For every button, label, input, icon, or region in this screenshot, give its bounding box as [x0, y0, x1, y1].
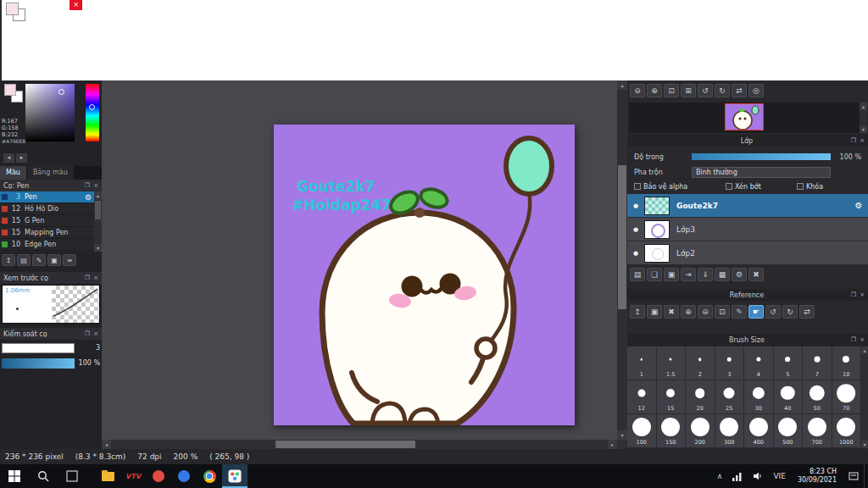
zoom-out-icon[interactable]: ⊖ [630, 84, 645, 97]
brush-size-option[interactable]: 15 [657, 380, 687, 414]
blend-mode-dropdown[interactable]: Bình thường [692, 167, 831, 178]
vtv-app-button[interactable]: VTV [120, 464, 146, 488]
new-layer-icon[interactable]: ▤ [630, 268, 645, 281]
brush-settings-icon[interactable]: ⚙ [85, 193, 92, 202]
action-center-button[interactable] [843, 464, 864, 488]
scroll-down-icon[interactable]: ▾ [617, 430, 627, 440]
close-icon[interactable]: × [93, 182, 98, 189]
brush-list-item[interactable]: 12Hồ Hồ Dio [0, 203, 94, 215]
scroll-up-icon[interactable]: ▴ [861, 347, 868, 354]
clear-reference-icon[interactable]: ✖ [664, 305, 679, 319]
navigator-scrollbar[interactable]: ▴ ▾ [860, 103, 867, 133]
layer-settings-icon[interactable]: ⚙ [849, 201, 868, 210]
next-color-button[interactable]: ▸ [16, 153, 27, 163]
brush-size-option[interactable]: 1000 [832, 414, 862, 448]
load-reference-icon[interactable]: ↥ [630, 305, 645, 319]
language-indicator[interactable]: VIE [768, 464, 791, 488]
close-icon[interactable]: × [860, 291, 865, 298]
layer-settings-icon[interactable]: ⚙ [732, 268, 747, 281]
popout-icon[interactable]: ❐ [85, 330, 90, 337]
lock-checkbox[interactable]: Khóa [797, 183, 823, 191]
close-button[interactable]: × [70, 0, 82, 10]
scroll-up-icon[interactable]: ▴ [617, 80, 627, 90]
layer-folder-icon[interactable]: ▣ [664, 268, 679, 281]
ref-eyedropper-icon[interactable]: ✎ [732, 305, 747, 319]
rotate-left-icon[interactable]: ↺ [698, 84, 713, 97]
saturation-value-picker[interactable] [25, 84, 75, 141]
red-app-button[interactable] [146, 464, 171, 488]
brush-size-option[interactable]: 1.5 [657, 347, 687, 380]
ref-flip-icon[interactable]: ⇄ [799, 305, 815, 319]
brush-list-item[interactable]: 15Mapping Pen [0, 227, 94, 239]
tab-mau[interactable]: Màu [0, 166, 27, 180]
start-button[interactable] [0, 464, 29, 488]
brush-size-option[interactable]: 12 [627, 380, 657, 414]
brush-size-option[interactable]: 2 [686, 347, 715, 380]
close-icon[interactable]: × [93, 274, 98, 281]
foreground-color-swatch[interactable] [4, 84, 16, 96]
vertical-scrollbar[interactable]: ▴ ▾ [617, 80, 627, 449]
brush-list-scrollbar[interactable]: ▴ ▾ [94, 191, 102, 252]
fit-view-icon[interactable]: ⊡ [664, 84, 679, 97]
show-desktop-button[interactable] [864, 464, 868, 488]
edit-brush-icon[interactable]: ✎ [32, 254, 46, 266]
network-icon[interactable] [727, 464, 748, 488]
brush-list-item[interactable]: 3Pen⚙ [0, 191, 94, 203]
ref-rotate-left-icon[interactable]: ↺ [765, 305, 781, 319]
brush-size-option[interactable]: 700 [803, 414, 832, 448]
transfer-layer-icon[interactable]: ⇥ [681, 268, 696, 281]
layer-visibility-icon[interactable]: ● [627, 202, 644, 209]
foreground-color-swatch[interactable] [6, 3, 19, 15]
close-icon[interactable]: × [860, 336, 865, 343]
new-brush-icon[interactable]: ▤ [17, 254, 31, 266]
canvas[interactable]: Goute2k7 #Hoidap247 [274, 125, 575, 425]
checkbox-icon[interactable] [797, 183, 804, 190]
volume-icon[interactable] [748, 464, 768, 488]
delete-layer-icon[interactable]: ✖ [748, 268, 764, 281]
scrollbar-thumb[interactable] [95, 201, 101, 219]
medibang-paint-button[interactable] [222, 464, 248, 488]
chrome-button[interactable] [197, 464, 222, 488]
checkbox-icon[interactable] [726, 183, 732, 190]
layer-row[interactable]: ●Lớp3 [627, 218, 868, 241]
hue-cursor[interactable] [89, 104, 95, 110]
layer-row[interactable]: ●Lớp2 [627, 241, 868, 265]
brush-size-scrollbar[interactable]: ▴ ▾ [861, 347, 868, 448]
rotate-right-icon[interactable]: ↻ [715, 84, 730, 97]
popout-icon[interactable]: ❐ [85, 182, 90, 189]
brush-size-option[interactable]: 400 [744, 414, 774, 448]
ref-zoom-in-icon[interactable]: ⊕ [681, 305, 696, 319]
ref-rotate-right-icon[interactable]: ↻ [782, 305, 798, 319]
reference-folder-icon[interactable]: ▣ [647, 305, 662, 319]
color-cursor[interactable] [58, 89, 64, 95]
prev-color-button[interactable]: ◂ [3, 153, 14, 163]
navigator-thumbnail[interactable] [725, 103, 764, 130]
layer-visibility-icon[interactable]: ● [627, 226, 644, 233]
blue-app-button[interactable] [171, 464, 197, 488]
duplicate-layer-icon[interactable]: ❏ [647, 268, 662, 281]
protect-alpha-checkbox[interactable]: Bảo vệ alpha [634, 183, 719, 191]
scroll-up-icon[interactable]: ▴ [860, 103, 867, 110]
brush-size-option[interactable]: 1 [627, 347, 657, 380]
flip-view-icon[interactable]: ⇄ [732, 84, 747, 97]
popout-icon[interactable]: ❐ [85, 274, 90, 281]
scroll-down-icon[interactable]: ▾ [860, 125, 867, 133]
brush-size-option[interactable]: 40 [774, 380, 804, 414]
tab-bang-mau[interactable]: Bảng màu [27, 166, 75, 180]
brush-size-option[interactable]: 5 [774, 347, 804, 380]
actual-pixels-icon[interactable]: ⊞ [681, 84, 696, 97]
canvas-area[interactable]: Goute2k7 #Hoidap247 ◂ ▸ ▴ ▾ [102, 80, 627, 449]
brush-size-option[interactable]: 200 [686, 414, 715, 448]
brush-size-option[interactable]: 30 [744, 380, 774, 414]
brush-list-item[interactable]: 15G Pen [0, 215, 94, 227]
file-explorer-button[interactable] [95, 464, 120, 488]
brush-size-slider[interactable] [2, 343, 75, 353]
hue-slider[interactable] [86, 84, 99, 141]
scroll-right-icon[interactable]: ▸ [608, 440, 617, 449]
checkbox-icon[interactable] [634, 183, 641, 190]
brush-size-option[interactable]: 7 [803, 347, 832, 380]
merge-down-icon[interactable]: ⇓ [698, 268, 713, 281]
brush-size-option[interactable]: 25 [715, 380, 745, 414]
brush-folder-icon[interactable]: ▣ [47, 254, 61, 266]
layer-row[interactable]: ●Goute2k7⚙ [627, 194, 868, 218]
